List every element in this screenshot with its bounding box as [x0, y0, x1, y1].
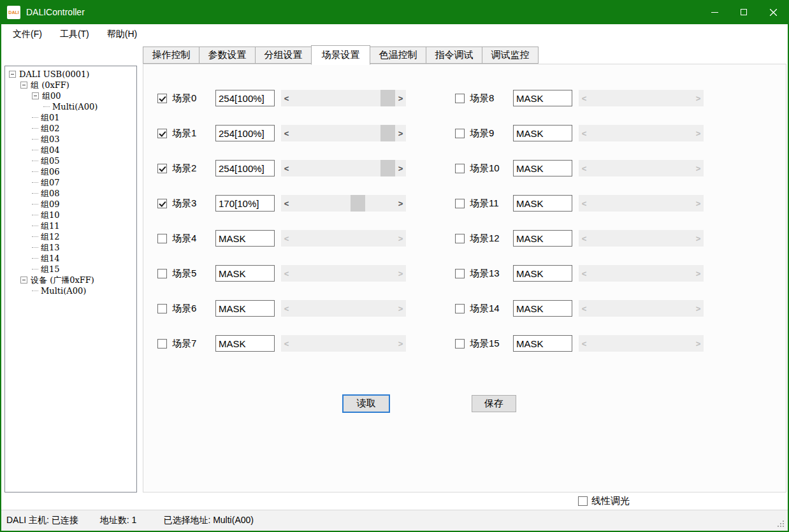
tree-node[interactable]: 组13 — [5, 242, 136, 253]
tree-node[interactable]: 组07 — [5, 177, 136, 188]
scrollbar-right-arrow-icon[interactable]: > — [395, 195, 406, 212]
scene-checkbox[interactable] — [455, 304, 465, 313]
scrollbar-thumb[interactable] — [380, 90, 395, 106]
scene-value-input[interactable] — [513, 300, 572, 317]
tree-node-label[interactable]: 组07 — [41, 177, 60, 188]
tree-node-label[interactable]: 组01 — [41, 112, 60, 123]
tree-node-label[interactable]: 组10 — [41, 210, 60, 220]
scene-checkbox[interactable] — [455, 129, 465, 138]
minimize-button[interactable] — [700, 0, 729, 24]
linear-dimming-checkbox[interactable] — [578, 496, 588, 506]
scrollbar-left-arrow-icon[interactable]: < — [281, 90, 292, 106]
tab-2[interactable]: 分组设置 — [255, 47, 312, 64]
tab-4[interactable]: 色温控制 — [370, 47, 426, 64]
tree-node[interactable]: 组03 — [5, 134, 136, 145]
scene-checkbox[interactable] — [455, 234, 465, 243]
tree-node[interactable]: DALI USB(0001) — [5, 69, 136, 80]
scrollbar-thumb[interactable] — [380, 125, 395, 141]
scrollbar-left-arrow-icon[interactable]: < — [281, 125, 292, 141]
scene-value-input[interactable] — [513, 265, 572, 282]
scene-checkbox[interactable] — [455, 164, 465, 173]
tree-node[interactable]: 组06 — [5, 166, 136, 177]
scrollbar-left-arrow-icon[interactable]: < — [281, 160, 292, 176]
menu-help[interactable]: 帮助(H) — [98, 24, 146, 44]
tree-node-label[interactable]: 组09 — [41, 199, 60, 210]
scene-checkbox[interactable] — [157, 129, 167, 138]
tree-node[interactable]: 组01 — [5, 112, 136, 123]
scene-checkbox[interactable] — [157, 234, 167, 243]
scene-level-scrollbar[interactable]: <> — [281, 160, 406, 176]
scene-checkbox[interactable] — [455, 94, 465, 103]
tree-node-label[interactable]: 组08 — [41, 188, 60, 199]
scrollbar-left-arrow-icon[interactable]: < — [281, 195, 292, 212]
tree-collapse-icon[interactable] — [9, 71, 16, 78]
tree-node[interactable]: 组10 — [5, 210, 136, 220]
scene-value-input[interactable] — [513, 335, 572, 352]
tab-1[interactable]: 参数设置 — [199, 47, 256, 64]
tab-6[interactable]: 调试监控 — [482, 47, 539, 64]
tree-node-label[interactable]: 组03 — [41, 134, 60, 145]
scrollbar-right-arrow-icon[interactable]: > — [395, 160, 406, 176]
scrollbar-thumb[interactable] — [380, 160, 395, 176]
scene-value-input[interactable] — [513, 125, 572, 141]
save-button[interactable]: 保存 — [472, 395, 516, 412]
tree-collapse-icon[interactable] — [32, 92, 39, 99]
scrollbar-right-arrow-icon[interactable]: > — [395, 90, 406, 106]
tree-node-label[interactable]: 组05 — [41, 155, 60, 166]
scene-value-input[interactable] — [513, 160, 572, 176]
tab-5[interactable]: 指令调试 — [426, 47, 482, 64]
tree-node[interactable]: Multi(A00) — [5, 285, 136, 296]
scene-value-input[interactable] — [513, 195, 572, 212]
scene-checkbox[interactable] — [455, 339, 465, 349]
read-button[interactable]: 读取 — [342, 394, 390, 413]
tree-node[interactable]: 组15 — [5, 264, 136, 275]
tree-node-label[interactable]: DALI USB(0001) — [19, 69, 89, 80]
scene-checkbox[interactable] — [157, 199, 167, 208]
tree-node[interactable]: 组00 — [5, 90, 136, 101]
close-button[interactable] — [758, 0, 788, 24]
tree-node-label[interactable]: 组12 — [41, 231, 60, 242]
scene-level-scrollbar[interactable]: <> — [281, 90, 406, 106]
scene-checkbox[interactable] — [455, 269, 465, 278]
scene-checkbox[interactable] — [455, 199, 465, 208]
tree-node-label[interactable]: 组11 — [41, 220, 60, 231]
tree-node-label[interactable]: Multi(A00) — [52, 101, 98, 112]
scene-value-input[interactable] — [215, 195, 275, 212]
tree-node[interactable]: 组 (0xFF) — [5, 80, 136, 90]
scene-checkbox[interactable] — [157, 94, 167, 103]
tree-node-label[interactable]: Multi(A00) — [41, 285, 86, 296]
tree-node[interactable]: Multi(A00) — [5, 101, 136, 112]
tree-node-label[interactable]: 组00 — [42, 90, 61, 101]
scene-checkbox[interactable] — [157, 269, 167, 278]
tree-node[interactable]: 组02 — [5, 123, 136, 134]
scrollbar-thumb[interactable] — [351, 195, 365, 212]
maximize-button[interactable] — [729, 0, 758, 24]
tree-node[interactable]: 组11 — [5, 220, 136, 231]
tab-0[interactable]: 操作控制 — [143, 47, 199, 64]
tree-node-label[interactable]: 组 (0xFF) — [31, 80, 69, 90]
tab-3[interactable]: 场景设置 — [311, 45, 370, 65]
scene-value-input[interactable] — [215, 335, 275, 352]
tree-collapse-icon[interactable] — [20, 277, 27, 284]
scene-value-input[interactable] — [215, 230, 275, 247]
tree-node-label[interactable]: 设备 (广播0xFF) — [31, 275, 94, 285]
resize-grip[interactable] — [778, 521, 785, 528]
scene-value-input[interactable] — [513, 230, 572, 247]
scene-value-input[interactable] — [215, 160, 275, 176]
scene-level-scrollbar[interactable]: <> — [281, 195, 406, 212]
scene-checkbox[interactable] — [157, 164, 167, 173]
scene-value-input[interactable] — [513, 90, 572, 106]
tree-node[interactable]: 组14 — [5, 253, 136, 264]
tree-node[interactable]: 组12 — [5, 231, 136, 242]
scene-value-input[interactable] — [215, 90, 275, 106]
menu-tools[interactable]: 工具(T) — [51, 24, 98, 44]
scene-checkbox[interactable] — [157, 304, 167, 313]
scene-value-input[interactable] — [215, 125, 275, 141]
tree-node-label[interactable]: 组14 — [41, 253, 60, 264]
tree-node[interactable]: 组04 — [5, 145, 136, 155]
tree-node[interactable]: 设备 (广播0xFF) — [5, 275, 136, 285]
tree-node-label[interactable]: 组04 — [41, 145, 60, 155]
tree-node-label[interactable]: 组13 — [41, 242, 60, 253]
scene-level-scrollbar[interactable]: <> — [281, 125, 406, 141]
menu-file[interactable]: 文件(F) — [4, 24, 51, 44]
